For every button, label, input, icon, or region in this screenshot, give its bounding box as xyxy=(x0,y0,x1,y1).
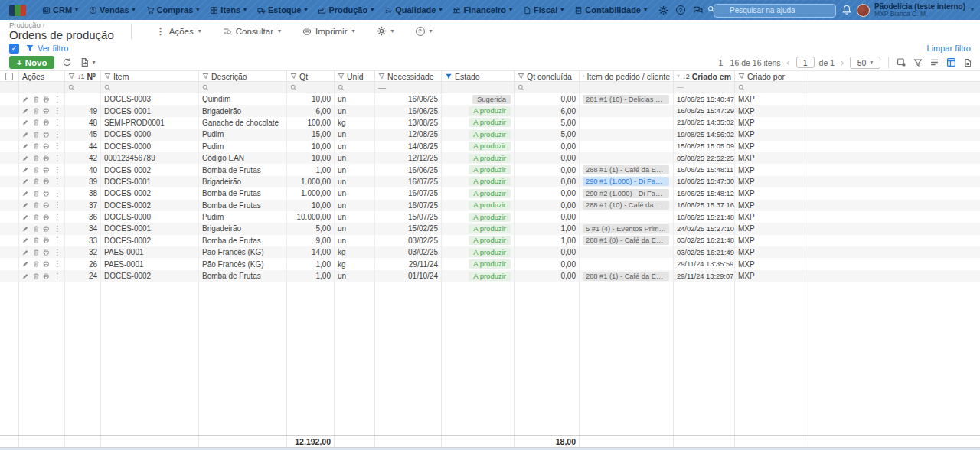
print-icon[interactable] xyxy=(43,260,50,268)
order-chip[interactable]: 290 #2 (1.000) - Di Fami... xyxy=(583,189,669,198)
filter-item-input[interactable] xyxy=(101,82,199,93)
row-select-cell[interactable] xyxy=(0,117,19,129)
edit-pencil-icon[interactable] xyxy=(22,155,29,162)
table-row[interactable]: ⋮ 44 DOCES-0000 Pudim 10,00 un 14/08/25 … xyxy=(0,141,980,152)
filter-funnel-icon[interactable] xyxy=(104,73,111,80)
select-all-checkbox[interactable] xyxy=(5,73,13,80)
edit-pencil-icon[interactable] xyxy=(22,190,29,197)
delete-trash-icon[interactable] xyxy=(33,201,40,209)
delete-trash-icon[interactable] xyxy=(33,178,40,185)
menu-contabilidade[interactable]: Contabilidade▾ xyxy=(569,0,652,20)
kebab-icon[interactable]: ⋮ xyxy=(54,190,61,197)
col-qt[interactable]: Qt xyxy=(287,71,335,81)
col-necessidade[interactable]: Necessidade xyxy=(375,71,442,81)
print-icon[interactable] xyxy=(43,166,50,174)
print-icon[interactable] xyxy=(43,214,50,221)
document-icon[interactable] xyxy=(963,58,972,67)
print-icon[interactable] xyxy=(43,249,50,256)
row-select-cell[interactable] xyxy=(0,270,19,282)
menu-crm[interactable]: CRM▾ xyxy=(37,0,83,20)
kebab-icon[interactable]: ⋮ xyxy=(54,142,61,150)
delete-trash-icon[interactable] xyxy=(33,155,40,162)
prev-page-icon[interactable]: ‹ xyxy=(786,57,792,68)
delete-trash-icon[interactable] xyxy=(33,96,40,103)
menu-compras[interactable]: Compras▾ xyxy=(141,0,205,20)
row-select-cell[interactable] xyxy=(0,235,19,246)
page-help-button[interactable]: ? ▾ xyxy=(405,27,443,36)
help-icon[interactable]: ? xyxy=(676,5,685,15)
table-row[interactable]: ⋮ 24 DOCES-0002 Bomba de Frutas 1,00 un … xyxy=(0,270,980,282)
print-icon[interactable] xyxy=(43,272,50,280)
menu-fiscal[interactable]: Fiscal▾ xyxy=(518,0,569,20)
filter-funnel-icon[interactable] xyxy=(677,73,680,80)
user-menu[interactable]: Pãodelícia (teste interno) MXP Bianca C.… xyxy=(841,2,974,18)
table-row[interactable]: ⋮ 33 DOCES-0002 Bomba de Frutas 9,00 un … xyxy=(0,235,980,246)
edit-pencil-icon[interactable] xyxy=(22,178,29,185)
order-chip[interactable]: 290 #1 (1.000) - Di Fami... xyxy=(583,177,669,186)
refresh-button[interactable] xyxy=(62,57,72,67)
filter-funnel-icon[interactable] xyxy=(338,73,345,80)
col-num[interactable]: ↓1 Nº xyxy=(65,71,101,81)
menu-financeiro[interactable]: Financeiro▾ xyxy=(447,0,518,20)
menu-vendas[interactable]: Vendas▾ xyxy=(83,0,141,20)
delete-trash-icon[interactable] xyxy=(33,142,40,150)
company-logo-flag-icon[interactable] xyxy=(9,5,26,16)
table-row[interactable]: ⋮ DOCES-0003 Quindim 10,00 un 16/06/25 S… xyxy=(0,93,980,105)
delete-trash-icon[interactable] xyxy=(33,225,40,233)
table-row[interactable]: ⋮ 36 DOCES-0000 Pudim 10.000,00 un 15/07… xyxy=(0,211,980,223)
delete-trash-icon[interactable] xyxy=(33,249,40,256)
edit-pencil-icon[interactable] xyxy=(22,142,29,150)
kebab-icon[interactable]: ⋮ xyxy=(54,178,61,185)
edit-pencil-icon[interactable] xyxy=(22,272,29,280)
row-select-cell[interactable] xyxy=(0,129,19,140)
kebab-icon[interactable]: ⋮ xyxy=(54,155,61,162)
row-select-cell[interactable] xyxy=(0,105,19,116)
edit-pencil-icon[interactable] xyxy=(22,225,29,233)
kebab-icon[interactable]: ⋮ xyxy=(54,272,61,280)
export-button[interactable]: ▾ xyxy=(80,57,95,67)
kebab-icon[interactable]: ⋮ xyxy=(54,214,61,221)
print-icon[interactable] xyxy=(43,131,50,139)
density-icon[interactable] xyxy=(929,57,939,67)
edit-pencil-icon[interactable] xyxy=(22,119,29,126)
consultar-button[interactable]: Consultar▾ xyxy=(212,27,292,36)
col-unid[interactable]: Unid xyxy=(335,71,375,81)
edit-pencil-icon[interactable] xyxy=(22,166,29,174)
col-desc[interactable]: Descrição xyxy=(199,71,287,81)
board-icon[interactable] xyxy=(946,57,956,67)
filter-desc-input[interactable] xyxy=(199,82,287,93)
kebab-icon[interactable]: ⋮ xyxy=(54,225,61,233)
col-estado[interactable]: Estado xyxy=(442,71,514,81)
row-select-cell[interactable] xyxy=(0,164,19,175)
filter-checkbox[interactable]: ✓ xyxy=(9,44,19,54)
acoes-button[interactable]: ⋮ Ações▾ xyxy=(145,26,212,37)
edit-pencil-icon[interactable] xyxy=(22,131,29,139)
table-row[interactable]: ⋮ 40 DOCES-0002 Bomba de Frutas 1,00 un … xyxy=(0,164,980,175)
row-select-cell[interactable] xyxy=(0,141,19,152)
order-chip[interactable]: 288 #1 (8) - Café da Esq... xyxy=(583,236,669,245)
delete-trash-icon[interactable] xyxy=(33,131,40,139)
edit-pencil-icon[interactable] xyxy=(22,201,29,209)
print-icon[interactable] xyxy=(43,119,50,126)
filter-criado-por-input[interactable] xyxy=(735,82,805,93)
table-row[interactable]: ⋮ 37 DOCES-0002 Bomba de Frutas 10,00 un… xyxy=(0,200,980,211)
filter-funnel-icon[interactable] xyxy=(518,73,524,80)
page-settings-button[interactable]: ▾ xyxy=(366,26,405,36)
print-icon[interactable] xyxy=(43,225,50,233)
delete-trash-icon[interactable] xyxy=(33,190,40,197)
kebab-icon[interactable]: ⋮ xyxy=(54,166,61,174)
settings-gear-icon[interactable] xyxy=(658,5,668,15)
col-pedido-cliente[interactable]: Item do pedido / cliente xyxy=(580,71,674,81)
table-row[interactable]: ⋮ 38 DOCES-0002 Bomba de Frutas 1.000,00… xyxy=(0,188,980,199)
kebab-icon[interactable]: ⋮ xyxy=(54,119,61,126)
delete-trash-icon[interactable] xyxy=(33,107,40,115)
next-page-icon[interactable]: › xyxy=(839,57,845,68)
row-select-cell[interactable] xyxy=(0,258,19,269)
edit-pencil-icon[interactable] xyxy=(22,96,29,103)
delete-trash-icon[interactable] xyxy=(33,214,40,221)
filter-funnel-icon[interactable] xyxy=(290,73,297,80)
menu-itens[interactable]: Itens▾ xyxy=(204,0,252,20)
col-criado-por[interactable]: Criado por xyxy=(735,71,805,81)
row-select-cell[interactable] xyxy=(0,188,19,199)
edit-pencil-icon[interactable] xyxy=(22,260,29,268)
